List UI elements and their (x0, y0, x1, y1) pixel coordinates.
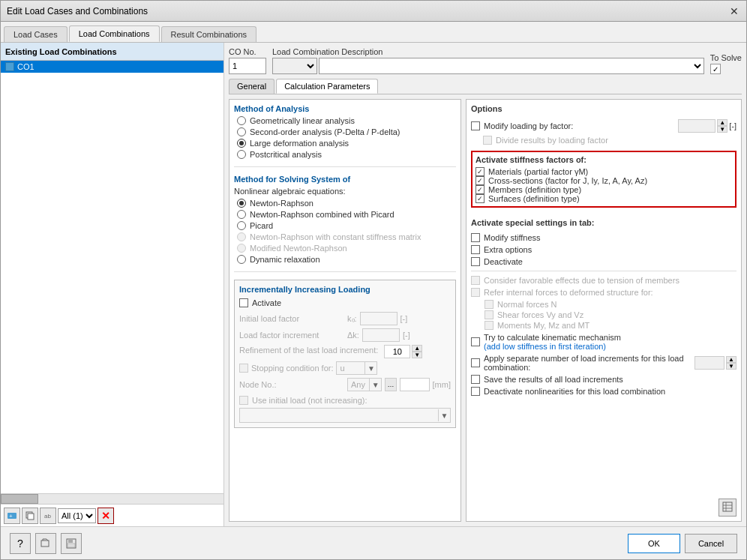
modify-factor-up[interactable]: ▲ (717, 119, 728, 126)
divide-results-checkbox[interactable] (483, 136, 492, 145)
kinematic-checkbox[interactable] (471, 337, 480, 346)
use-initial-checkbox[interactable] (239, 396, 248, 405)
extra-options-label: Extra options (484, 245, 532, 254)
radio-postcritical[interactable]: Postcritical analysis (237, 150, 456, 159)
incrementally-section: Incrementally Increasing Loading Activat… (234, 280, 456, 428)
deactivate-nonlinear-checkbox[interactable] (471, 387, 480, 396)
radio-picard-circle (237, 221, 246, 230)
table-icon-button[interactable] (718, 499, 736, 517)
right-calc-panel: Options Modify loading by factor: ▲ ▼ (466, 99, 742, 522)
to-solve-checkbox[interactable] (710, 64, 721, 74)
co-no-input[interactable]: 1 (229, 58, 266, 74)
list-item[interactable]: CO1 (1, 61, 224, 73)
deactivate-nonlinear-label: Deactivate nonlinearities for this load … (484, 387, 665, 396)
kinematic-row[interactable]: Try to calculate kinematic mechanism (ad… (471, 333, 736, 351)
extra-options-checkbox[interactable] (471, 245, 480, 254)
tab-load-combinations[interactable]: Load Combinations (69, 25, 160, 42)
load-combo-type-select[interactable] (272, 58, 317, 74)
stiffness-materials-checkbox[interactable] (476, 167, 484, 176)
save-icon (66, 538, 76, 549)
help-button[interactable]: ? (10, 533, 31, 554)
apply-separate-row[interactable]: Apply separate number of load increments… (471, 354, 736, 372)
deactivate-row[interactable]: Deactivate (471, 257, 736, 266)
save-results-row[interactable]: Save the results of all load increments (471, 375, 736, 384)
tab-result-combinations[interactable]: Result Combinations (161, 26, 257, 42)
tab-load-cases[interactable]: Load Cases (4, 26, 68, 42)
use-initial-dropdown[interactable]: ▼ (239, 408, 451, 423)
apply-separate-input[interactable] (694, 356, 724, 370)
deactivate-nonlinear-row[interactable]: Deactivate nonlinearities for this load … (471, 387, 736, 396)
open-button[interactable] (35, 533, 56, 554)
radio-large-deform[interactable]: Large deformation analysis (237, 139, 456, 148)
refer-internal-checkbox[interactable] (471, 288, 480, 297)
radio-nr-picard[interactable]: Newton-Raphson combined with Picard (237, 210, 456, 219)
save-results-label: Save the results of all load increments (484, 375, 623, 384)
initial-load-input[interactable] (360, 312, 398, 325)
radio-picard[interactable]: Picard (237, 221, 456, 230)
node-input[interactable] (400, 378, 430, 391)
stiffness-cross-checkbox[interactable] (476, 176, 484, 185)
consider-favorable-checkbox[interactable] (471, 276, 480, 285)
incr-title: Incrementally Increasing Loading (239, 285, 451, 294)
copy-button[interactable] (22, 508, 38, 524)
refinement-input[interactable] (384, 345, 410, 358)
delete-button[interactable]: ✕ (98, 508, 114, 524)
tab-general[interactable]: General (229, 79, 274, 94)
radio-nr-const-stiff: Newton-Raphson with constant stiffness m… (237, 232, 456, 241)
nonlinear-label: Nonlinear algebraic equations: (234, 187, 456, 196)
load-combo-desc-select[interactable] (319, 58, 704, 74)
stopping-checkbox[interactable] (239, 364, 248, 373)
modify-loading-row[interactable]: Modify loading by factor: ▲ ▼ [-] (471, 119, 736, 133)
modify-stiffness-row[interactable]: Modify stiffness (471, 233, 736, 242)
stopping-dropdown[interactable]: u ▼ (336, 361, 377, 375)
activate-checkbox[interactable] (239, 298, 248, 307)
extra-options-row[interactable]: Extra options (471, 245, 736, 254)
apply-separate-down[interactable]: ▼ (726, 363, 736, 370)
save-button[interactable] (61, 533, 82, 554)
rename-button[interactable]: ab (40, 508, 56, 524)
normal-forces-checkbox (484, 300, 494, 309)
radio-second-order-circle (237, 127, 246, 136)
radio-second-order[interactable]: Second-order analysis (P-Delta / P-delta… (237, 127, 456, 136)
refinement-up[interactable]: ▲ (412, 345, 422, 352)
refinement-down[interactable]: ▼ (412, 352, 422, 358)
radio-geo-linear[interactable]: Geometrically linear analysis (237, 116, 456, 125)
deactivate-checkbox[interactable] (471, 257, 480, 266)
consider-favorable-row: Consider favorable effects due to tensio… (471, 276, 736, 285)
all-select[interactable]: All (1) (58, 508, 96, 523)
apply-separate-checkbox[interactable] (471, 358, 480, 367)
modify-loading-checkbox[interactable] (471, 121, 480, 130)
save-results-checkbox[interactable] (471, 375, 480, 384)
ok-button[interactable]: OK (628, 534, 680, 553)
radio-newton-raphson[interactable]: Newton-Raphson (237, 199, 456, 208)
stiffness-surfaces-checkbox[interactable] (476, 194, 484, 203)
use-initial-cb-row[interactable]: Use initial load (not increasing): (239, 396, 451, 405)
radio-dynamic-relax[interactable]: Dynamic relaxation (237, 255, 456, 264)
cancel-button[interactable]: Cancel (685, 534, 737, 553)
initial-load-row: Initial load factor k₀: [-] (239, 312, 451, 325)
left-panel: Existing Load Combinations CO1 + a (1, 43, 224, 526)
close-button[interactable]: ✕ (728, 5, 740, 17)
tab-calculation-params[interactable]: Calculation Parameters (276, 79, 378, 94)
item-icon (5, 62, 14, 71)
stiffness-surfaces-row[interactable]: Surfaces (definition type) (476, 194, 732, 203)
load-factor-input[interactable] (362, 328, 400, 342)
radio-nr-const-stiff-label: Newton-Raphson with constant stiffness m… (250, 232, 421, 241)
stiffness-materials-row[interactable]: Materials (partial factor γM) (476, 167, 732, 176)
co-no-label: CO No. (229, 47, 266, 56)
normal-forces-row: Normal forces N (484, 300, 736, 309)
stiffness-cross-row[interactable]: Cross-sections (factor for J, Iy, Iz, A,… (476, 176, 732, 185)
stiffness-members-row[interactable]: Members (definition type) (476, 185, 732, 194)
add-button[interactable]: + (4, 508, 20, 524)
divide-results-row: Divide results by loading factor (471, 136, 736, 145)
refinement-spinner: ▲ ▼ (384, 345, 422, 358)
activate-cb-row[interactable]: Activate (239, 298, 451, 307)
node-any-dropdown[interactable]: Any ▼ (347, 378, 382, 391)
apply-separate-up[interactable]: ▲ (726, 356, 736, 363)
modify-stiffness-checkbox[interactable] (471, 233, 480, 242)
modify-factor-input[interactable] (678, 119, 716, 133)
stiffness-members-checkbox[interactable] (476, 185, 484, 194)
node-select-btn[interactable]: … (385, 378, 396, 391)
stiffness-cross-label: Cross-sections (factor for J, Iy, Iz, A,… (488, 176, 647, 185)
modify-factor-down[interactable]: ▼ (717, 126, 728, 133)
